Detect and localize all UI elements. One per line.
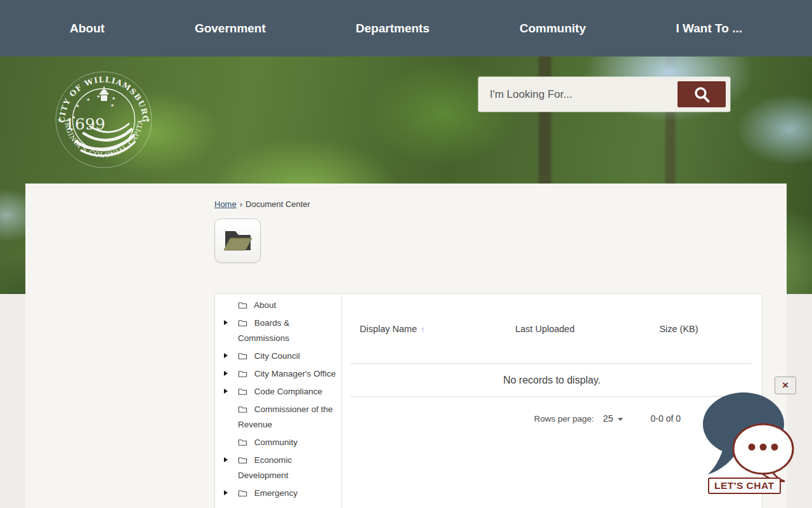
folder-tree: About Boards & Commissions City Counci — [215, 294, 342, 508]
svg-text:★: ★ — [86, 97, 90, 102]
document-browser: About Boards & Commissions City Counci — [214, 293, 763, 508]
folder-icon — [238, 319, 247, 327]
breadcrumb-current: Document Center — [246, 199, 310, 209]
svg-text:★: ★ — [75, 104, 79, 108]
tree-item[interactable]: Boards & Commissions — [221, 316, 336, 346]
tree-item[interactable]: Economic Development — [221, 453, 336, 483]
close-icon: × — [782, 379, 789, 391]
city-seal-logo[interactable]: CITY OF WILLIAMSBURG VIRGINIA'S COLONIAL… — [55, 70, 153, 169]
folder-icon — [238, 489, 247, 497]
svg-text:★: ★ — [112, 96, 115, 100]
table-header-row: Display Name↑ Last Uploaded Size (KB) — [342, 294, 762, 363]
breadcrumb: Home›Document Center — [214, 199, 310, 209]
nav-item[interactable]: I Want To ... — [676, 22, 742, 36]
nav-item[interactable]: Departments — [356, 22, 429, 36]
expand-caret-icon[interactable] — [224, 490, 228, 495]
tree-item[interactable]: Commissioner of the Revenue — [221, 402, 336, 432]
folder-icon — [238, 301, 247, 309]
nav-item[interactable]: About — [70, 22, 105, 36]
document-center-page: About Government Departments Community I… — [0, 0, 812, 508]
breadcrumb-home-link[interactable]: Home — [214, 199, 237, 209]
folder-icon — [238, 456, 247, 464]
tree-item[interactable]: City Council — [221, 349, 336, 364]
breadcrumb-separator: › — [240, 199, 242, 209]
tree-item[interactable]: Emergency — [221, 486, 336, 501]
main-navigation: About Government Departments Community I… — [0, 0, 812, 57]
rows-per-page-label: Rows per page: — [534, 414, 594, 424]
expand-caret-icon[interactable] — [224, 457, 228, 462]
tree-item[interactable]: Code Compliance — [221, 384, 336, 399]
site-search — [478, 77, 730, 112]
magnifier-icon — [692, 85, 711, 104]
search-button[interactable] — [678, 81, 726, 107]
chat-close-button[interactable]: × — [775, 377, 796, 394]
svg-text:★: ★ — [110, 103, 114, 107]
table-column-header[interactable]: Display Name↑ — [342, 324, 494, 334]
svg-text:★: ★ — [72, 115, 75, 119]
svg-text:★: ★ — [57, 117, 62, 123]
svg-text:★: ★ — [70, 127, 74, 131]
expand-caret-icon[interactable] — [224, 320, 228, 325]
pagination-range: 0-0 of 0 — [651, 413, 681, 424]
chat-bubbles-icon — [699, 381, 801, 486]
content-panel: Home›Document Center About — [25, 184, 787, 508]
open-folder-icon — [223, 228, 252, 253]
svg-text:★: ★ — [145, 117, 150, 123]
dropdown-caret-icon[interactable] — [618, 418, 623, 421]
table-column-header[interactable]: Last Uploaded — [494, 324, 596, 334]
folder-tree-list: About Boards & Commissions City Counci — [221, 298, 336, 501]
folder-icon — [238, 370, 247, 378]
chat-label: LET'S CHAT — [708, 478, 781, 494]
nav-item[interactable]: Community — [520, 22, 586, 36]
document-center-folder-button[interactable] — [214, 218, 261, 263]
search-input[interactable] — [478, 77, 678, 112]
folder-icon — [238, 352, 247, 360]
folder-icon — [238, 405, 247, 413]
tree-item[interactable]: About — [221, 298, 336, 313]
expand-caret-icon[interactable] — [224, 389, 228, 394]
tree-item[interactable]: City Manager's Office — [221, 366, 336, 382]
expand-caret-icon[interactable] — [224, 353, 228, 358]
nav-list: About Government Departments Community I… — [0, 0, 812, 57]
tree-item[interactable]: Community — [221, 435, 336, 450]
rows-per-page-select[interactable]: 25 — [603, 413, 613, 424]
table-column-header[interactable]: Size (KB) — [596, 324, 762, 334]
nav-item[interactable]: Government — [195, 22, 266, 36]
folder-icon — [238, 438, 247, 446]
svg-text:★: ★ — [96, 94, 100, 98]
sort-ascending-icon: ↑ — [421, 324, 425, 334]
chat-widget[interactable]: LET'S CHAT — [699, 381, 801, 505]
expand-caret-icon[interactable] — [224, 371, 228, 376]
folder-icon — [238, 387, 247, 396]
